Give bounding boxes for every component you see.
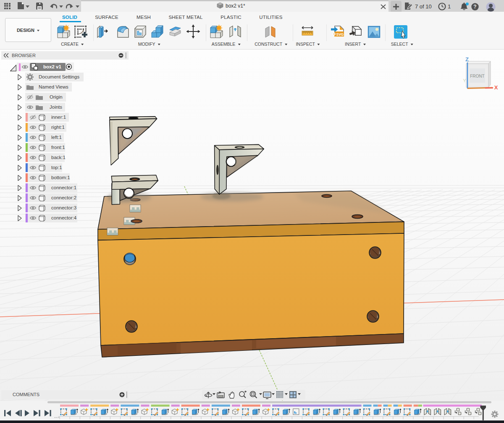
svg-text:?: ? [473, 4, 476, 10]
svg-text:X: X [494, 84, 498, 91]
svg-text:Z: Z [465, 56, 469, 63]
svg-text:SVG: SVG [336, 32, 344, 37]
svg-text:FRONT: FRONT [470, 74, 484, 78]
svg-text:Y: Y [463, 78, 466, 83]
